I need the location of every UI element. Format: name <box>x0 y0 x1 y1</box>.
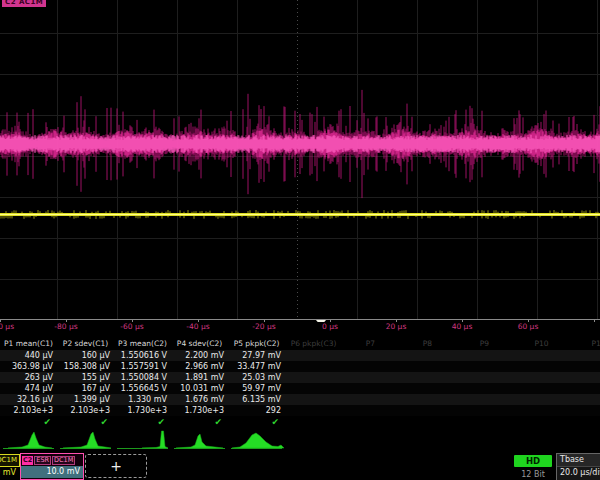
table-row: ✔✔✔✔✔ <box>0 416 600 428</box>
param-value-cell: 167 μV <box>57 383 114 394</box>
c1-descriptor-badge[interactable]: DC1M <box>0 454 20 467</box>
param-value-cell <box>513 350 570 361</box>
param-value-cell: 1.556645 V <box>114 383 171 394</box>
param-status-check <box>342 416 399 428</box>
param-value-cell: 27.97 mV <box>228 350 285 361</box>
param-status-check: ✔ <box>228 416 285 428</box>
param-value-cell: 10.031 mV <box>171 383 228 394</box>
param-value-cell <box>399 372 456 383</box>
time-axis-label: 20 μs <box>379 322 413 331</box>
param-value-cell: 160 μV <box>57 350 114 361</box>
param-value-cell <box>285 405 342 416</box>
channel-c2-chip[interactable]: C2 <box>22 456 33 465</box>
c2-noise-trace <box>0 90 600 198</box>
param-value-cell <box>399 394 456 405</box>
time-axis-label: 0 μs <box>313 322 347 331</box>
param-value-cell: 2.103e+3 <box>57 405 114 416</box>
waveform-display <box>0 0 600 322</box>
param-value-cell <box>513 372 570 383</box>
oscilloscope-grid[interactable]: C2 AC1M <box>0 0 600 322</box>
param-value-cell: 2.103e+3 <box>0 405 57 416</box>
param-value-cell <box>399 361 456 372</box>
param-value-cell <box>399 350 456 361</box>
histicon-P4[interactable] <box>174 434 225 449</box>
param-value-cell <box>570 350 600 361</box>
param-value-cell: 32.16 μV <box>0 394 57 405</box>
param-value-cell: 1.550616 V <box>114 350 171 361</box>
param-value-cell <box>456 405 513 416</box>
param-value-cell: 155 μV <box>57 372 114 383</box>
histicon-P3[interactable] <box>117 431 168 449</box>
add-trace-button[interactable]: + <box>85 454 147 478</box>
param-value-cell <box>570 394 600 405</box>
param-value-cell: 363.98 μV <box>0 361 57 372</box>
param-value-cell <box>456 372 513 383</box>
param-value-cell: 1.891 mV <box>171 372 228 383</box>
param-header-P5[interactable]: P5 pkpk(C2) <box>228 338 285 350</box>
hd-mode-badge[interactable]: HD <box>514 455 552 467</box>
param-header-P11[interactable]: P11 <box>570 338 600 350</box>
time-axis-label: -100 μs <box>0 322 17 331</box>
param-value-cell <box>456 350 513 361</box>
time-axis-label: -80 μs <box>49 322 83 331</box>
histicon-P5[interactable] <box>231 433 284 449</box>
param-value-cell <box>342 372 399 383</box>
param-value-cell: 1.557591 V <box>114 361 171 372</box>
table-row: P1 mean(C1)P2 sdev(C1)P3 mean(C2)P4 sdev… <box>0 338 600 350</box>
param-value-cell: 59.97 mV <box>228 383 285 394</box>
param-header-P3[interactable]: P3 mean(C2) <box>114 338 171 350</box>
param-value-cell <box>285 361 342 372</box>
param-header-P1[interactable]: P1 mean(C1) <box>0 338 57 350</box>
param-value-cell: 6.135 mV <box>228 394 285 405</box>
param-value-cell <box>285 350 342 361</box>
param-status-check <box>399 416 456 428</box>
param-status-check: ✔ <box>114 416 171 428</box>
param-status-check: ✔ <box>0 416 57 428</box>
param-value-cell <box>342 383 399 394</box>
param-header-P6[interactable]: P6 pkpk(C3) <box>285 338 342 350</box>
histicon-P2[interactable] <box>60 432 111 449</box>
param-header-P7[interactable]: P7 <box>342 338 399 350</box>
table-row: 32.16 μV1.399 μV1.330 mV1.676 mV6.135 mV <box>0 394 600 405</box>
param-value-cell <box>399 383 456 394</box>
c2-descriptor-badge[interactable]: C2 ESR DC1M 10.0 mV <box>20 453 84 480</box>
hd-bit-depth: 12 Bit <box>514 470 552 479</box>
param-value-cell: 1.330 mV <box>114 394 171 405</box>
param-header-P2[interactable]: P2 sdev(C1) <box>57 338 114 350</box>
param-value-cell: 1.399 μV <box>57 394 114 405</box>
tbase-label: Tbase <box>557 454 600 467</box>
time-axis-label: 60 μs <box>511 322 545 331</box>
param-status-check <box>285 416 342 428</box>
param-value-cell: 292 <box>228 405 285 416</box>
param-value-cell <box>513 383 570 394</box>
param-value-cell <box>570 361 600 372</box>
param-header-P4[interactable]: P4 sdev(C2) <box>171 338 228 350</box>
param-value-cell: 474 μV <box>0 383 57 394</box>
param-header-P9[interactable]: P9 <box>456 338 513 350</box>
param-value-cell <box>342 405 399 416</box>
table-row: 2.103e+32.103e+31.730e+31.730e+3292 <box>0 405 600 416</box>
esr-chip: ESR <box>34 456 51 465</box>
param-value-cell: 25.03 mV <box>228 372 285 383</box>
param-status-check: ✔ <box>171 416 228 428</box>
param-value-cell <box>513 405 570 416</box>
tbase-value: 20.0 μs/div <box>557 467 600 479</box>
param-value-cell <box>285 372 342 383</box>
bottom-bar: DC1M 0 mV C2 ESR DC1M 10.0 mV + HD 12 Bi… <box>0 452 600 480</box>
param-value-cell: 158.308 μV <box>57 361 114 372</box>
tbase-panel[interactable]: Tbase 20.0 μs/div <box>556 453 600 480</box>
param-value-cell: 1.730e+3 <box>171 405 228 416</box>
param-header-P10[interactable]: P10 <box>513 338 570 350</box>
param-value-cell: 1.676 mV <box>171 394 228 405</box>
param-value-cell <box>342 361 399 372</box>
table-row: 263 μV155 μV1.550084 V1.891 mV25.03 mV <box>0 372 600 383</box>
time-axis-label: -60 μs <box>115 322 149 331</box>
param-value-cell <box>570 383 600 394</box>
time-axis: -100 μs-80 μs-60 μs-40 μs-20 μs0 μs20 μs… <box>0 321 600 334</box>
param-value-cell <box>570 405 600 416</box>
c2-scale-value: 10.0 mV <box>21 466 83 478</box>
param-value-cell <box>342 394 399 405</box>
histicon-P1[interactable] <box>3 432 54 449</box>
histicons <box>0 429 600 451</box>
param-header-P8[interactable]: P8 <box>399 338 456 350</box>
